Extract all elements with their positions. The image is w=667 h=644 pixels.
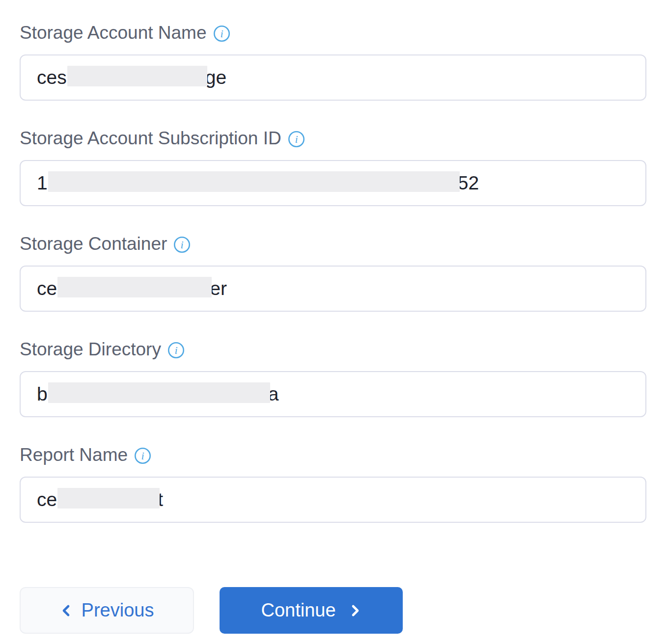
field-label: Report Name bbox=[20, 445, 128, 465]
field-label-row: Storage Directory i bbox=[20, 339, 646, 360]
redaction-overlay bbox=[67, 66, 207, 86]
continue-button-label: Continue bbox=[261, 600, 335, 621]
info-icon[interactable]: i bbox=[213, 25, 230, 42]
svg-text:i: i bbox=[220, 27, 223, 40]
input-value-suffix: ge bbox=[205, 67, 226, 88]
form-actions: Previous Continue bbox=[20, 587, 646, 634]
previous-button[interactable]: Previous bbox=[20, 587, 194, 634]
previous-button-label: Previous bbox=[82, 600, 154, 621]
redaction-overlay bbox=[48, 171, 460, 192]
field-label: Storage Directory bbox=[20, 339, 161, 360]
info-icon[interactable]: i bbox=[134, 447, 151, 464]
field-label-row: Storage Account Name i bbox=[20, 23, 646, 43]
storage-settings-form: Storage Account Name i ces ge Storage Ac… bbox=[0, 0, 667, 644]
storage-account-name-input[interactable]: ces ge bbox=[20, 54, 646, 101]
input-value-prefix: b bbox=[37, 383, 48, 405]
input-value-suffix: er bbox=[210, 278, 227, 299]
field-storage-container: Storage Container i ce er bbox=[20, 234, 646, 312]
redaction-overlay bbox=[57, 277, 212, 297]
input-value-prefix: ce bbox=[37, 489, 57, 510]
field-label: Storage Account Subscription ID bbox=[20, 128, 281, 149]
report-name-input[interactable]: ce t bbox=[20, 477, 646, 523]
field-storage-account-name: Storage Account Name i ces ge bbox=[20, 23, 646, 101]
svg-text:i: i bbox=[295, 133, 298, 145]
redaction-overlay bbox=[48, 382, 270, 403]
svg-text:i: i bbox=[174, 344, 177, 356]
field-label-row: Report Name i bbox=[20, 445, 646, 465]
field-storage-directory: Storage Directory i b a bbox=[20, 339, 646, 417]
info-icon[interactable]: i bbox=[173, 236, 191, 253]
subscription-id-input[interactable]: 1 52 bbox=[20, 160, 646, 206]
svg-text:i: i bbox=[141, 450, 144, 462]
chevron-right-icon bbox=[350, 603, 361, 618]
field-label: Storage Container bbox=[20, 234, 167, 254]
info-icon[interactable]: i bbox=[167, 342, 185, 359]
input-value-prefix: ce bbox=[37, 278, 57, 299]
info-icon[interactable]: i bbox=[288, 131, 305, 148]
field-report-name: Report Name i ce t bbox=[20, 445, 646, 523]
input-value-suffix: 52 bbox=[458, 172, 479, 194]
field-label: Storage Account Name bbox=[20, 23, 207, 43]
chevron-left-icon bbox=[60, 603, 72, 618]
input-value-prefix: 1 bbox=[37, 172, 48, 194]
input-value-prefix: ces bbox=[37, 67, 67, 88]
svg-text:i: i bbox=[181, 239, 184, 251]
continue-button[interactable]: Continue bbox=[220, 587, 403, 634]
storage-directory-input[interactable]: b a bbox=[20, 371, 646, 417]
field-label-row: Storage Container i bbox=[20, 234, 646, 254]
storage-container-input[interactable]: ce er bbox=[20, 266, 646, 312]
field-subscription-id: Storage Account Subscription ID i 1 52 bbox=[20, 128, 646, 206]
redaction-overlay bbox=[57, 488, 160, 509]
field-label-row: Storage Account Subscription ID i bbox=[20, 128, 646, 149]
